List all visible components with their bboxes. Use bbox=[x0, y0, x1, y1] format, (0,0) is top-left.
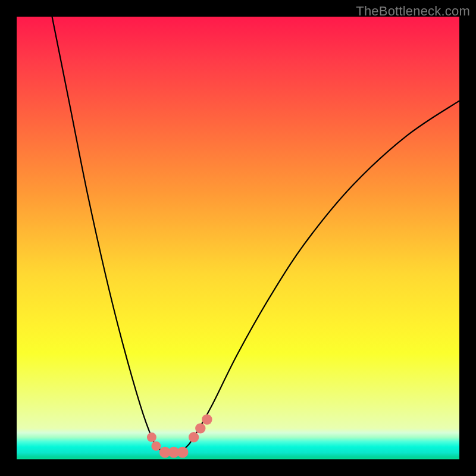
chart-plot-area bbox=[17, 17, 459, 459]
watermark-text: TheBottleneck.com bbox=[356, 4, 470, 19]
